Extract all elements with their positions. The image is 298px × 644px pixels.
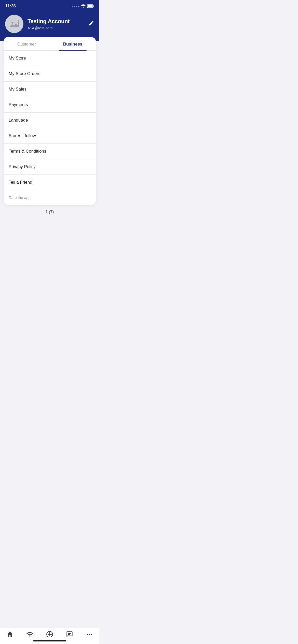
menu-item-terms-conditions[interactable]: Terms & Conditions xyxy=(4,144,96,159)
menu-item-language[interactable]: Language xyxy=(4,113,96,128)
menu-item-privacy-policy[interactable]: Privacy Policy xyxy=(4,159,96,175)
main-card: Customer Business My Store My Store Orde… xyxy=(4,37,96,205)
profile-name: Testing Account xyxy=(28,18,70,25)
status-bar: 11:36 xyxy=(0,0,99,11)
profile-info: Testing Account A14@test.com xyxy=(28,18,70,30)
wifi-icon xyxy=(81,4,86,8)
menu-item-my-store[interactable]: My Store xyxy=(4,51,96,66)
svg-point-4 xyxy=(11,22,13,24)
menu-item-tell-a-friend[interactable]: Tell a Friend xyxy=(4,175,96,190)
status-time: 11:36 xyxy=(5,4,16,9)
pagination-label: 1 (7) xyxy=(46,210,54,214)
tab-business[interactable]: Business xyxy=(50,37,96,50)
avatar xyxy=(5,15,23,33)
battery-icon xyxy=(87,4,94,8)
menu-list: My Store My Store Orders My Sales Paymen… xyxy=(4,51,96,205)
profile-email: A14@test.com xyxy=(28,26,70,30)
signal-icon xyxy=(72,6,79,7)
profile-header: Testing Account A14@test.com xyxy=(0,11,99,41)
tab-customer[interactable]: Customer xyxy=(4,37,50,50)
edit-profile-button[interactable] xyxy=(88,20,94,28)
tab-bar: Customer Business xyxy=(4,37,96,51)
svg-rect-1 xyxy=(93,5,94,7)
menu-item-my-sales[interactable]: My Sales xyxy=(4,82,96,97)
menu-item-my-store-orders[interactable]: My Store Orders xyxy=(4,66,96,82)
menu-item-rate-app[interactable]: Rate the app... xyxy=(4,190,96,205)
avatar-placeholder-icon xyxy=(9,20,19,28)
status-icons xyxy=(72,4,94,8)
pagination: 1 (7) xyxy=(0,205,99,219)
svg-rect-2 xyxy=(88,5,93,7)
menu-item-stores-i-follow[interactable]: Stores I follow xyxy=(4,128,96,144)
menu-item-payments[interactable]: Payments xyxy=(4,97,96,113)
profile-left: Testing Account A14@test.com xyxy=(5,15,70,33)
